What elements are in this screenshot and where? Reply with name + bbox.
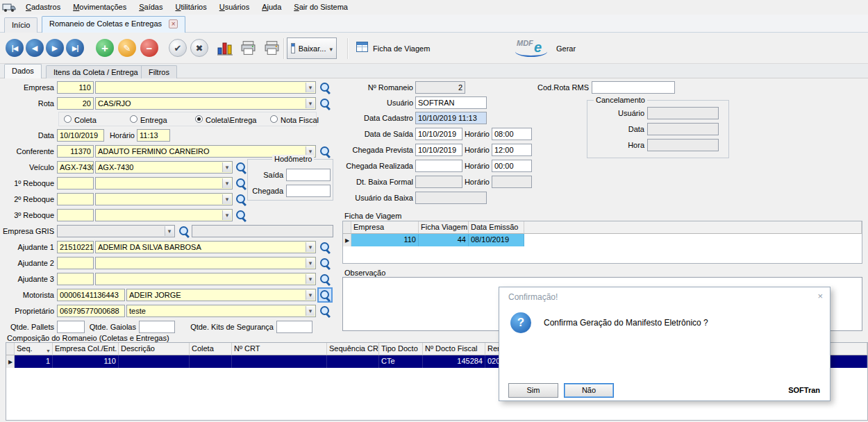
menu-usuarios[interactable]: Usuários [213, 1, 256, 14]
add-button[interactable] [96, 39, 114, 57]
motorista-search-icon[interactable] [319, 289, 331, 301]
motorista-name-combo[interactable]: ADEIR JORGE [126, 289, 316, 301]
cod-rota-rms-input[interactable] [592, 81, 675, 94]
veiculo-code-input[interactable]: AGX-7430 [57, 161, 94, 174]
chegada-prevista-horario-input[interactable]: 12:00 [492, 144, 532, 156]
ajudante2-search-icon[interactable] [319, 257, 331, 269]
ajudante2-code-input[interactable] [57, 257, 94, 269]
nav-previous-button[interactable] [26, 39, 44, 57]
ajudante3-code-input[interactable] [57, 273, 94, 285]
print-preview-icon[interactable] [264, 40, 280, 56]
menu-cadastros[interactable]: Cadastros [19, 1, 67, 14]
ficha-cell-empresa[interactable]: 110 [351, 234, 419, 246]
ajudante3-name-combo[interactable] [95, 273, 316, 285]
ficha-viagem-grid[interactable]: Empresa Ficha Viagem Data Emissão 110 44… [342, 221, 862, 264]
sim-button[interactable]: Sim [508, 383, 558, 398]
comp-col-coleta[interactable]: Coleta [190, 343, 232, 355]
menu-movimentacoes[interactable]: Movimentações [67, 1, 133, 14]
mdfe-logo[interactable]: MDF e [515, 37, 551, 59]
radio-coleta[interactable] [64, 115, 72, 123]
comp-col-sequencia-crt[interactable]: Sequência CRT [327, 343, 379, 355]
baixar-button[interactable]: Baixar... [287, 37, 337, 59]
ajudante1-name-combo[interactable]: ADEMIR DA SILVA BARBOSA [95, 241, 316, 253]
comp-cell-sequencia-crt[interactable] [327, 355, 379, 368]
reboque2-code-input[interactable] [57, 193, 94, 205]
comp-col-empresa[interactable]: Empresa Col./Ent. [53, 343, 119, 355]
gerar-button[interactable]: Gerar [556, 44, 576, 53]
delete-button[interactable] [140, 39, 158, 57]
tab-romaneio[interactable]: Romaneio de Coletas e Entregas [42, 16, 185, 33]
comp-cell-crt[interactable] [232, 355, 327, 368]
radio-entrega[interactable] [130, 115, 137, 123]
reboque2-search-icon[interactable] [235, 193, 247, 205]
comp-col-seq[interactable]: Seq. [15, 343, 53, 355]
data-saida-horario-input[interactable]: 08:00 [492, 128, 532, 140]
qtde-kits-input[interactable] [276, 321, 312, 333]
comp-cell-tipo-docto[interactable]: CTe [379, 355, 423, 368]
chegada-realizada-horario-input[interactable]: 00:00 [492, 160, 532, 172]
ajudante3-search-icon[interactable] [319, 273, 331, 285]
nav-last-button[interactable] [66, 39, 84, 57]
menu-sair-do-sistema[interactable]: Sair do Sistema [287, 1, 354, 14]
comp-col-docto-fiscal[interactable]: Nº Docto Fiscal [423, 343, 485, 355]
proprietario-search-icon[interactable] [319, 305, 331, 317]
qtde-gaiolas-input[interactable] [139, 321, 175, 333]
ajudante1-code-input[interactable]: 21510221 [57, 241, 94, 253]
ficha-col-empresa[interactable]: Empresa [351, 221, 419, 234]
veiculo-search-icon[interactable] [235, 161, 247, 174]
nav-first-button[interactable] [6, 39, 24, 57]
print-icon[interactable] [240, 40, 256, 56]
reboque1-name-combo[interactable] [95, 177, 233, 189]
tab-close-icon[interactable] [169, 19, 178, 28]
conferente-code-input[interactable]: 11370 [57, 145, 94, 158]
rota-name-combo[interactable]: CAS/RJO [95, 97, 316, 110]
comp-col-tipo-docto[interactable]: Tipo Docto [379, 343, 423, 355]
radio-coleta-entrega[interactable] [195, 115, 203, 123]
tab-filtros[interactable]: Filtros [141, 65, 177, 78]
confirm-button[interactable] [169, 39, 187, 57]
nao-button[interactable]: Não [564, 383, 614, 398]
proprietario-code-input[interactable]: 06979577000688 [57, 305, 125, 317]
ficha-col-ficha-viagem[interactable]: Ficha Viagem [419, 221, 469, 234]
empresa-gris-search-icon[interactable] [178, 225, 190, 237]
tab-inicio[interactable]: Início [4, 17, 37, 33]
comp-col-crt[interactable]: Nº CRT [232, 343, 327, 355]
rota-code-input[interactable]: 20 [57, 97, 94, 110]
empresa-code-input[interactable]: 110 [57, 81, 94, 94]
horario-input[interactable]: 11:13 [137, 129, 170, 142]
comp-col-descricao[interactable]: Descrição [119, 343, 190, 355]
reboque3-name-combo[interactable] [95, 209, 233, 221]
reboque1-code-input[interactable] [57, 177, 94, 189]
comp-cell-empresa[interactable]: 110 [53, 355, 119, 368]
comp-cell-seq[interactable]: 1 [15, 355, 53, 368]
sort-icon[interactable] [46, 346, 51, 354]
menu-utilitarios[interactable]: Utilitários [169, 1, 212, 14]
nav-next-button[interactable] [46, 39, 64, 57]
motorista-code-input[interactable]: 00006141136443 [57, 289, 125, 301]
ficha-viagem-table-icon[interactable] [356, 42, 368, 52]
ficha-cell-data-emissao[interactable]: 08/10/2019 [469, 234, 524, 246]
proprietario-name-combo[interactable]: teste [126, 305, 316, 317]
dialog-close-icon[interactable] [817, 291, 823, 301]
reboque2-name-combo[interactable] [95, 193, 233, 205]
data-input[interactable]: 10/10/2019 [57, 129, 104, 142]
comp-cell-coleta[interactable] [190, 355, 232, 368]
reboque1-search-icon[interactable] [235, 177, 247, 189]
ajudante2-name-combo[interactable] [95, 257, 316, 269]
tab-dados[interactable]: Dados [4, 64, 42, 78]
ficha-viagem-toolbar-label[interactable]: Ficha de Viagem [373, 44, 430, 53]
menu-ajuda[interactable]: Ajuda [256, 1, 287, 14]
chart-icon[interactable] [217, 40, 233, 56]
empresa-name-combo[interactable] [95, 81, 316, 94]
ajudante1-search-icon[interactable] [319, 241, 331, 253]
radio-nota-fiscal[interactable] [270, 115, 278, 123]
reboque3-search-icon[interactable] [235, 209, 247, 221]
cancel-button[interactable] [190, 39, 208, 57]
comp-cell-descricao[interactable] [119, 355, 190, 368]
empresa-gris-combo[interactable] [57, 225, 175, 237]
tab-itens-coleta-entrega[interactable]: Itens da Coleta / Entrega [46, 65, 146, 78]
reboque3-code-input[interactable] [57, 209, 94, 221]
comp-cell-docto-fiscal[interactable]: 145284 [423, 355, 485, 368]
veiculo-name-combo[interactable]: AGX-7430 [95, 161, 233, 174]
ficha-cell-ficha-viagem[interactable]: 44 [419, 234, 469, 246]
